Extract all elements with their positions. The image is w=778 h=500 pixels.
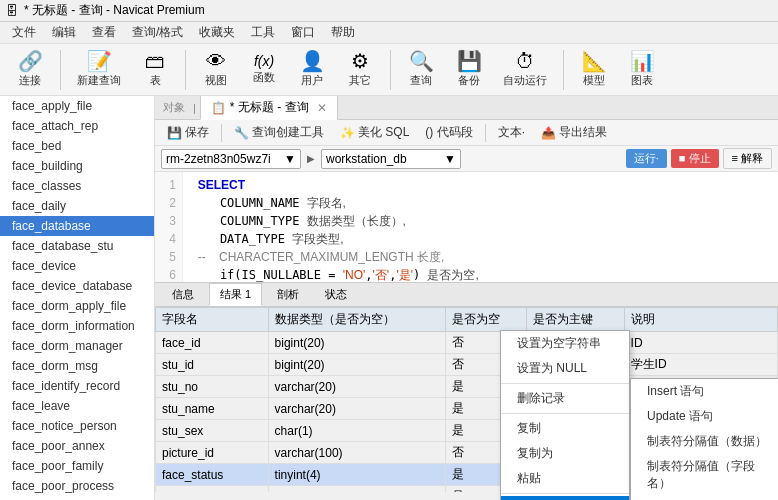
tab-info[interactable]: 信息 bbox=[161, 283, 205, 306]
sidebar-item-face-poor-process[interactable]: face_poor_process bbox=[0, 476, 154, 496]
menu-favorites[interactable]: 收藏夹 bbox=[191, 22, 243, 43]
cell-type: tinyint(4) bbox=[268, 464, 445, 486]
sidebar-item-face-identify-record[interactable]: face_identify_record bbox=[0, 376, 154, 396]
code-editor[interactable]: SELECT COLUMN_NAME 字段名, COLUMN_TYPE 数据类型… bbox=[183, 172, 778, 282]
export-results-button[interactable]: 📤 导出结果 bbox=[535, 122, 613, 143]
toolbar-backup[interactable]: 💾 备份 bbox=[447, 47, 491, 92]
ctx-delete-record[interactable]: 删除记录 bbox=[501, 386, 629, 411]
database-select[interactable]: workstation_db ▼ bbox=[321, 149, 461, 169]
col-header-primary[interactable]: 是否为主键 bbox=[527, 308, 624, 332]
text-mode-button[interactable]: 文本· bbox=[492, 122, 531, 143]
ctx-paste[interactable]: 粘贴 bbox=[501, 466, 629, 491]
menu-view[interactable]: 查看 bbox=[84, 22, 124, 43]
menu-window[interactable]: 窗口 bbox=[283, 22, 323, 43]
ctx-sep-1 bbox=[501, 383, 629, 384]
tab-bar: 对象 | 📋 * 无标题 - 查询 ✕ bbox=[155, 96, 778, 120]
run-button[interactable]: 运行· bbox=[626, 149, 667, 168]
cell-comment: 学生ID bbox=[624, 354, 777, 376]
cell-field: audit_opinion bbox=[156, 486, 269, 493]
tab-profile[interactable]: 剖析 bbox=[266, 283, 310, 306]
query-builder-icon: 🔧 bbox=[234, 126, 249, 140]
ctx-set-null[interactable]: 设置为 NULL bbox=[501, 356, 629, 381]
sidebar-item-face-daily[interactable]: face_daily bbox=[0, 196, 154, 216]
sidebar-item-face-dorm-information[interactable]: face_dorm_information bbox=[0, 316, 154, 336]
menu-file[interactable]: 文件 bbox=[4, 22, 44, 43]
ctx-set-empty[interactable]: 设置为空字符串 bbox=[501, 331, 629, 356]
sub-ctx-insert[interactable]: Insert 语句 bbox=[631, 379, 778, 404]
sidebar-item-face-database-stu[interactable]: face_database_stu bbox=[0, 236, 154, 256]
tab-result1[interactable]: 结果 1 bbox=[209, 283, 262, 306]
col-header-comment[interactable]: 说明 bbox=[624, 308, 777, 332]
stop-button[interactable]: ■ 停止 bbox=[671, 149, 719, 168]
function-icon: f(x) bbox=[254, 54, 274, 68]
sub-ctx-tab-both[interactable]: 制表符分隔值（字段名和数据） bbox=[631, 496, 778, 500]
sidebar-item-face-database[interactable]: face_database bbox=[0, 216, 154, 236]
sidebar-item-face-device[interactable]: face_device bbox=[0, 256, 154, 276]
toolbar-sep-3 bbox=[390, 50, 391, 90]
sidebar-item-face-post-apply[interactable]: face_post_apply bbox=[0, 496, 154, 500]
code-segment-button[interactable]: () 代码段 bbox=[419, 122, 478, 143]
beautify-sql-button[interactable]: ✨ 美化 SQL bbox=[334, 122, 415, 143]
toolbar-autorun[interactable]: ⏱ 自动运行 bbox=[495, 47, 555, 92]
cell-field: picture_id bbox=[156, 442, 269, 464]
cell-field: stu_sex bbox=[156, 420, 269, 442]
sidebar-item-face-dorm-apply-file[interactable]: face_dorm_apply_file bbox=[0, 296, 154, 316]
tab-close-icon[interactable]: ✕ bbox=[317, 101, 327, 115]
conn-arrow: ▶ bbox=[307, 153, 315, 164]
sub-context-menu: Insert 语句 Update 语句 制表符分隔值（数据） 制表符分隔值（字段… bbox=[630, 378, 778, 500]
toolbar-new-query[interactable]: 📝 新建查询 bbox=[69, 47, 129, 92]
sidebar-item-face-dorm-manager[interactable]: face_dorm_manager bbox=[0, 336, 154, 356]
sidebar-item-face-device-database[interactable]: face_device_database bbox=[0, 276, 154, 296]
col-header-field[interactable]: 字段名 bbox=[156, 308, 269, 332]
toolbar-query[interactable]: 🔍 查询 bbox=[399, 47, 443, 92]
tab-status[interactable]: 状态 bbox=[314, 283, 358, 306]
menu-help[interactable]: 帮助 bbox=[323, 22, 363, 43]
toolbar-other[interactable]: ⚙ 其它 bbox=[338, 47, 382, 92]
sidebar-item-face-dorm-msg[interactable]: face_dorm_msg bbox=[0, 356, 154, 376]
table-row[interactable]: stu_id bigint(20) 否 否 学生ID bbox=[156, 354, 778, 376]
toolbar-connect[interactable]: 🔗 连接 bbox=[8, 47, 52, 92]
cell-comment: ID bbox=[624, 332, 777, 354]
toolbar-function[interactable]: f(x) 函数 bbox=[242, 50, 286, 89]
sidebar-item-face-attach-rep[interactable]: face_attach_rep bbox=[0, 116, 154, 136]
toolbar-chart[interactable]: 📊 图表 bbox=[620, 47, 664, 92]
query-builder-button[interactable]: 🔧 查询创建工具 bbox=[228, 122, 330, 143]
ctx-show[interactable]: 显示 ▶ bbox=[501, 496, 629, 500]
col-header-type[interactable]: 数据类型（是否为空） bbox=[268, 308, 445, 332]
sub-ctx-tab-field[interactable]: 制表符分隔值（字段名） bbox=[631, 454, 778, 496]
toolbar-model[interactable]: 📐 模型 bbox=[572, 47, 616, 92]
sidebar-item-face-notice-person[interactable]: face_notice_person bbox=[0, 416, 154, 436]
toolbar-view[interactable]: 👁 视图 bbox=[194, 47, 238, 92]
toolbar-sep-1 bbox=[60, 50, 61, 90]
menu-tools[interactable]: 工具 bbox=[243, 22, 283, 43]
sidebar: face_apply_file face_attach_rep face_bed… bbox=[0, 96, 155, 500]
server-select[interactable]: rm-2zetn83n05wz7i ▼ bbox=[161, 149, 301, 169]
toolbar-user[interactable]: 👤 用户 bbox=[290, 47, 334, 92]
sidebar-item-face-apply-file[interactable]: face_apply_file bbox=[0, 96, 154, 116]
toolbar-table[interactable]: 🗃 表 bbox=[133, 47, 177, 92]
save-button[interactable]: 💾 保存 bbox=[161, 122, 215, 143]
cell-field: face_status bbox=[156, 464, 269, 486]
menu-query[interactable]: 查询/格式 bbox=[124, 22, 191, 43]
table-row[interactable]: face_id bigint(20) 否 是 ID bbox=[156, 332, 778, 354]
title-bar-icon: 🗄 bbox=[6, 4, 18, 18]
sidebar-item-face-bed[interactable]: face_bed bbox=[0, 136, 154, 156]
ctx-copy[interactable]: 复制 bbox=[501, 416, 629, 441]
sidebar-item-face-poor-annex[interactable]: face_poor_annex bbox=[0, 436, 154, 456]
tab-query-icon: 📋 bbox=[211, 101, 226, 115]
sidebar-item-face-building[interactable]: face_building bbox=[0, 156, 154, 176]
col-header-nullable[interactable]: 是否为空 bbox=[445, 308, 526, 332]
sidebar-item-face-classes[interactable]: face_classes bbox=[0, 176, 154, 196]
query-toolbar-sep bbox=[221, 124, 222, 142]
menu-edit[interactable]: 编辑 bbox=[44, 22, 84, 43]
explain-button[interactable]: ≡ 解释 bbox=[723, 148, 772, 169]
sub-ctx-tab-data[interactable]: 制表符分隔值（数据） bbox=[631, 429, 778, 454]
sidebar-item-face-leave[interactable]: face_leave bbox=[0, 396, 154, 416]
database-arrow-icon: ▼ bbox=[444, 152, 456, 166]
ctx-copy-as[interactable]: 复制为 bbox=[501, 441, 629, 466]
sidebar-item-face-poor-family[interactable]: face_poor_family bbox=[0, 456, 154, 476]
new-query-icon: 📝 bbox=[87, 51, 112, 71]
toolbar: 🔗 连接 📝 新建查询 🗃 表 👁 视图 f(x) 函数 👤 用户 ⚙ 其它 🔍… bbox=[0, 44, 778, 96]
tab-query[interactable]: 📋 * 无标题 - 查询 ✕ bbox=[200, 96, 338, 120]
sub-ctx-update[interactable]: Update 语句 bbox=[631, 404, 778, 429]
